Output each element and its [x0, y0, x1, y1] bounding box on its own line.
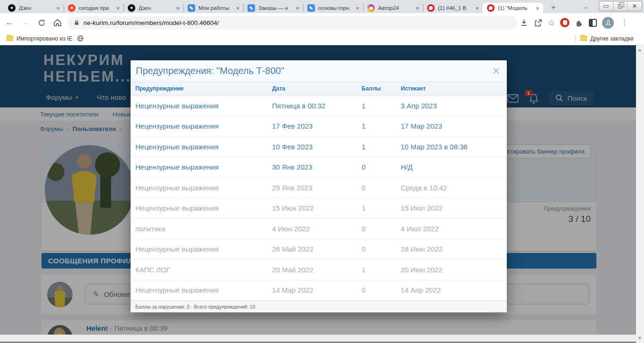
window-controls: ✕: [599, 1, 642, 11]
cell-date: 17 Фев 2023: [272, 122, 362, 130]
close-window-button[interactable]: ✕: [627, 1, 642, 11]
cell-date: 4 Июн 2022: [272, 225, 362, 233]
tab-title: (1) "Модель: [498, 5, 535, 11]
globe-icon[interactable]: [77, 35, 84, 42]
browser-profile-avatar[interactable]: Д: [602, 17, 614, 29]
browser-toolbar: ← → ne-kurim.ru/forum/members/model-t-80…: [0, 13, 644, 32]
tab-title: Дзен: [139, 5, 175, 11]
cell-expires: Н/Д: [401, 163, 507, 171]
bottom-strip: [0, 335, 636, 343]
cell-points: 0: [362, 163, 401, 171]
reload-button[interactable]: [35, 16, 48, 29]
browser-tab[interactable]: Ясегодня пра×: [64, 3, 124, 13]
cell-reason[interactable]: КАПС ЛОГ: [135, 266, 272, 274]
cell-reason[interactable]: Нецензурные выражения: [135, 204, 272, 212]
bookmarks-bar: Импортировано из IE Другие закладки: [0, 32, 644, 45]
warning-row: политика4 Июн 202204 Июл 2022: [131, 219, 507, 239]
bookmark-star-button[interactable]: ☆: [548, 18, 555, 28]
tab-close-icon[interactable]: ×: [115, 5, 121, 11]
bookmark-imported-ie[interactable]: Импортировано из IE: [17, 35, 72, 42]
cell-date: 14 Мар 2022: [272, 286, 362, 294]
page-scrollbar[interactable]: [636, 45, 644, 343]
cell-reason[interactable]: Нецензурные выражения: [135, 245, 272, 253]
share-button[interactable]: [534, 18, 543, 27]
browser-tab[interactable]: Заказы — н×: [243, 3, 303, 13]
browser-tab[interactable]: Автор24×: [363, 3, 423, 13]
warning-row: Нецензурные выражения30 Янв 20230Н/Д: [131, 157, 507, 178]
url-text: ne-kurim.ru/forum/members/model-t-800.46…: [83, 19, 219, 26]
warning-row: Нецензурные выраженияПятница в 00:3213 А…: [131, 96, 507, 116]
browser-tab[interactable]: основы горн×: [303, 3, 363, 13]
cell-date: Пятница в 00:32: [272, 102, 362, 110]
toolbar-right-icons: ☆ Д ⋮: [520, 17, 630, 29]
cell-reason[interactable]: Нецензурные выражения: [135, 143, 272, 151]
cell-reason[interactable]: Нецензурные выражения: [135, 184, 272, 192]
cell-reason[interactable]: Нецензурные выражения: [135, 122, 272, 130]
home-button[interactable]: [51, 16, 64, 29]
cell-expires: 17 Мар 2023: [401, 122, 507, 130]
darkreader-extension-icon[interactable]: [589, 19, 597, 27]
doc-favicon-icon: [188, 4, 195, 12]
browser-tab[interactable]: (1) #46_1 В×: [423, 3, 483, 13]
cell-expires: Среда в 10:42: [401, 184, 507, 192]
tab-close-icon[interactable]: ×: [535, 5, 540, 11]
close-window-icon: ✕: [632, 3, 637, 9]
tab-close-icon[interactable]: ×: [474, 5, 480, 11]
cell-points: 0: [362, 245, 401, 253]
warning-row: Нецензурные выражения15 Июн 2022115 Июл …: [131, 198, 507, 219]
cell-expires: 15 Июл 2022: [401, 204, 507, 212]
column-date: Дата: [272, 85, 362, 92]
close-icon[interactable]: ✕: [492, 66, 500, 76]
forum-page: НЕКУРИМ НЕПЬЕМ... Форумы Что ново 1 Поис…: [0, 45, 636, 343]
tab-search-chevron-icon[interactable]: ⌄: [584, 4, 588, 10]
tab-close-icon[interactable]: ×: [295, 5, 300, 11]
tab-close-icon[interactable]: ×: [235, 5, 240, 11]
tab-close-icon[interactable]: ×: [55, 5, 61, 11]
cell-reason[interactable]: Нецензурные выражения: [135, 163, 272, 171]
address-bar[interactable]: ne-kurim.ru/forum/members/model-t-800.46…: [68, 16, 517, 29]
cell-expires: 3 Апр 2023: [401, 102, 507, 110]
new-tab-button[interactable]: +: [548, 3, 559, 13]
cell-date: 29 Янв 2023: [272, 184, 362, 192]
folder-icon: [7, 36, 13, 41]
browser-tab[interactable]: (1) "Модель×: [483, 3, 543, 13]
adblock-extension-icon[interactable]: [560, 18, 570, 27]
a24-favicon-icon: [367, 4, 375, 12]
warnings-table-body: Нецензурные выраженияПятница в 00:3213 А…: [131, 96, 507, 301]
warning-row: Нецензурные выражения10 Фев 2023110 Мар …: [131, 137, 507, 157]
other-bookmarks-button[interactable]: Другие закладки: [590, 35, 634, 42]
tab-title: Заказы — н: [258, 5, 295, 11]
browser-menu-button[interactable]: ⋮: [619, 18, 630, 27]
cell-reason[interactable]: Нецензурные выражения: [135, 102, 272, 110]
scroll-down-icon[interactable]: [638, 337, 642, 340]
cell-expires: 10 Мар 2023 в 08:36: [401, 143, 507, 151]
restore-icon: [618, 4, 622, 8]
tab-title: Автор24: [378, 5, 414, 11]
column-warning: Предупреждение: [135, 85, 272, 92]
folder-icon: [580, 36, 587, 41]
browser-tab[interactable]: Дзен×: [124, 3, 183, 13]
download-button[interactable]: [520, 18, 528, 27]
cell-points: 1: [362, 143, 401, 151]
cell-points: 1: [362, 122, 401, 130]
tab-close-icon[interactable]: ×: [414, 5, 420, 11]
tab-title: Мои работы: [198, 5, 235, 11]
tab-close-icon[interactable]: ×: [355, 5, 360, 11]
scroll-up-icon[interactable]: [638, 49, 642, 51]
cell-reason[interactable]: политика: [135, 225, 272, 233]
cell-points: 0: [362, 225, 401, 233]
back-button[interactable]: ←: [3, 16, 16, 29]
minimize-button[interactable]: [599, 1, 613, 11]
restore-button[interactable]: [613, 1, 627, 11]
home-icon: [53, 18, 62, 27]
column-points: Баллы: [362, 85, 401, 92]
tab-title: Дзен: [19, 5, 55, 11]
forward-button[interactable]: →: [19, 16, 32, 29]
cell-reason[interactable]: Нецензурные выражения: [135, 286, 272, 294]
browser-tab[interactable]: Дзен×: [4, 3, 64, 13]
tab-title: сегодня пра: [79, 5, 115, 11]
cell-date: 28 Май 2022: [272, 245, 362, 253]
browser-tab[interactable]: Мои работы×: [183, 3, 243, 13]
extensions-puzzle-button[interactable]: [575, 18, 584, 27]
tab-close-icon[interactable]: ×: [175, 5, 181, 11]
